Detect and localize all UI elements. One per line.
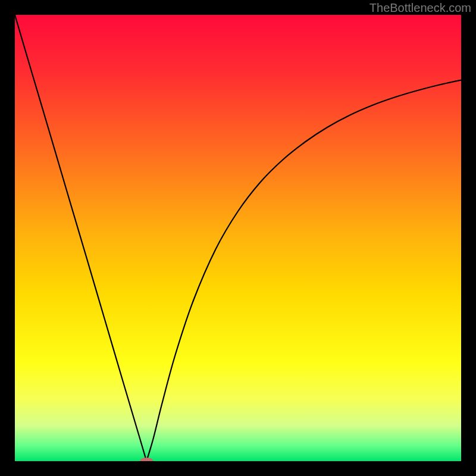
attribution-text: TheBottleneck.com (369, 1, 471, 15)
chart-svg (15, 15, 461, 461)
gradient-bg (15, 15, 461, 461)
chart-frame: TheBottleneck.com (0, 0, 476, 476)
plot-area (15, 15, 461, 461)
